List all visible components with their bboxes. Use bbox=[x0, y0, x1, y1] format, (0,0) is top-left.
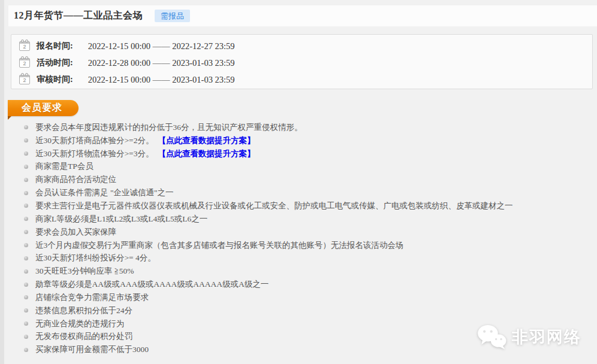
left-rail bbox=[0, 0, 4, 364]
bullet-icon bbox=[24, 283, 28, 287]
requirement-item: 要求会员加入买家保障 bbox=[24, 226, 591, 239]
calendar-icon-digit: 2 bbox=[20, 60, 29, 67]
requirements-list: 要求会员本年度因违规累计的扣分低于36分，且无知识产权严重侵权情形。 近30天新… bbox=[24, 121, 591, 356]
requirement-item: 要求主营行业是电子元器件或仪器仪表或机械及行业设备或化工或安全、防护或电工电气或… bbox=[24, 199, 591, 213]
requirement-item: 近30天新灯塔物流体验分>=3分。 【点此查看数据提升方案】 bbox=[24, 147, 591, 160]
requirement-text: 近3个月内虚假交易行为严重商家（包含其多店铺或者与报名账号关联的其他账号）无法报… bbox=[35, 240, 403, 251]
header-bar: 12月年货节——工业品主会场 需报品 bbox=[8, 5, 597, 26]
bullet-icon bbox=[24, 125, 28, 129]
bullet-icon bbox=[24, 321, 28, 326]
requirement-text: 店铺综合竞争力需满足市场要求 bbox=[35, 292, 149, 303]
need-report-badge: 需报品 bbox=[155, 10, 190, 23]
requirement-text: 无商业合规类的违规行为 bbox=[35, 318, 125, 329]
requirement-text: 商家需是TP会员 bbox=[35, 161, 94, 172]
requirement-item: 近30天新灯塔纠纷投诉分>= 4分。 bbox=[24, 251, 591, 265]
data-improvement-link[interactable]: 【点此查看数据提升方案】 bbox=[158, 148, 255, 159]
requirement-text: 勋章等级必须是AA级或AAA级或AAAA级或AAAAA级或A级之一 bbox=[35, 279, 269, 290]
schedule-label: 审核时间: bbox=[37, 74, 73, 85]
requirement-item: 店铺综合竞争力需满足市场要求 bbox=[24, 291, 591, 304]
requirement-item: 要求会员本年度因违规累计的扣分低于36分，且无知识产权严重侵权情形。 bbox=[24, 121, 591, 134]
bullet-icon bbox=[24, 243, 28, 247]
calendar-icon: 2 bbox=[19, 41, 30, 51]
requirement-text: 违禁信息累积扣分低于24分 bbox=[35, 305, 132, 316]
requirement-text: 无发布侵权商品的积分处罚 bbox=[35, 331, 132, 342]
schedule-label: 活动时间: bbox=[37, 57, 73, 68]
watermark-text: 非羽网络 bbox=[512, 326, 581, 348]
requirement-item: 近3个月内虚假交易行为严重商家（包含其多店铺或者与报名账号关联的其他账号）无法报… bbox=[24, 239, 591, 252]
schedule-label: 报名时间: bbox=[37, 41, 73, 51]
requirement-text: 要求会员加入买家保障 bbox=[35, 227, 116, 238]
schedule-row: 2 活动时间: 2022-12-28 00:00 —— 2023-01-03 2… bbox=[11, 54, 592, 71]
requirement-text: 近30天新灯塔物流体验分>=3分。 bbox=[35, 148, 153, 159]
requirement-text: 买家保障可用金额需不低于3000 bbox=[35, 344, 149, 355]
schedule-value: 2022-12-15 00:00 —— 2022-12-27 23:59 bbox=[88, 41, 235, 51]
bullet-icon bbox=[24, 308, 28, 313]
requirement-item: 商家商品符合活动定位 bbox=[24, 173, 591, 186]
page-title: 12月年货节——工业品主会场 bbox=[14, 10, 143, 22]
wechat-icon bbox=[476, 323, 508, 351]
bullet-icon bbox=[24, 138, 28, 142]
bullet-icon bbox=[24, 348, 28, 352]
ribbon-fold-decoration bbox=[8, 116, 11, 120]
requirement-text: 要求会员本年度因违规累计的扣分低于36分，且无知识产权严重侵权情形。 bbox=[35, 122, 303, 133]
schedule-box: 2 报名时间: 2022-12-15 00:00 —— 2022-12-27 2… bbox=[11, 34, 593, 89]
watermark: 非羽网络 bbox=[476, 323, 581, 351]
requirement-text: 近30天新灯塔纠纷投诉分>= 4分。 bbox=[35, 253, 156, 263]
calendar-icon-digit: 2 bbox=[20, 77, 29, 84]
bullet-icon bbox=[24, 178, 28, 182]
section-title-ribbon: 会员要求 bbox=[8, 100, 79, 116]
requirement-item: 30天旺旺3分钟响应率 ≧50% bbox=[24, 265, 591, 278]
bullet-icon bbox=[24, 151, 28, 156]
activity-page: 12月年货节——工业品主会场 需报品 2 报名时间: 2022-12-15 00… bbox=[0, 0, 597, 364]
requirement-text: 会员认证条件需满足 "企业诚信通"之一 bbox=[35, 187, 173, 198]
calendar-icon: 2 bbox=[19, 58, 30, 68]
bullet-icon bbox=[24, 256, 28, 260]
calendar-icon-digit: 2 bbox=[20, 44, 29, 50]
schedule-row: 2 审核时间: 2022-12-15 00:00 —— 2023-01-03 2… bbox=[11, 71, 592, 88]
requirement-item: 近30天新灯塔商品体验分>=2分。 【点此查看数据提升方案】 bbox=[24, 134, 591, 147]
requirement-item: 会员认证条件需满足 "企业诚信通"之一 bbox=[24, 186, 591, 199]
bullet-icon bbox=[24, 165, 28, 169]
requirement-item: 商家需是TP会员 bbox=[24, 160, 591, 174]
requirement-text: 商家L等级必须是L1或L2或L3或L4或L5或L6之一 bbox=[35, 214, 207, 225]
bullet-icon bbox=[24, 191, 28, 195]
bullet-icon bbox=[24, 269, 28, 274]
requirement-item: 勋章等级必须是AA级或AAA级或AAAA级或AAAAA级或A级之一 bbox=[24, 278, 591, 291]
requirement-text: 近30天新灯塔商品体验分>=2分。 bbox=[35, 135, 153, 146]
requirement-item: 商家L等级必须是L1或L2或L3或L4或L5或L6之一 bbox=[24, 213, 591, 226]
schedule-value: 2022-12-28 00:00 —— 2023-01-03 23:59 bbox=[88, 58, 235, 68]
requirement-item: 违禁信息累积扣分低于24分 bbox=[24, 304, 591, 317]
requirement-text: 30天旺旺3分钟响应率 ≧50% bbox=[35, 266, 134, 277]
bullet-icon bbox=[24, 217, 28, 221]
schedule-row: 2 报名时间: 2022-12-15 00:00 —— 2022-12-27 2… bbox=[11, 38, 592, 54]
data-improvement-link[interactable]: 【点此查看数据提升方案】 bbox=[158, 135, 255, 146]
bullet-icon bbox=[24, 295, 28, 299]
bullet-icon bbox=[24, 335, 28, 339]
requirement-text: 商家商品符合活动定位 bbox=[35, 174, 116, 185]
schedule-value: 2022-12-15 00:00 —— 2023-01-03 23:59 bbox=[88, 75, 235, 85]
section-title: 会员要求 bbox=[22, 102, 62, 114]
requirement-text: 要求主营行业是电子元器件或仪器仪表或机械及行业设备或化工或安全、防护或电工电气或… bbox=[35, 201, 513, 211]
bullet-icon bbox=[24, 204, 28, 208]
calendar-icon: 2 bbox=[19, 75, 30, 84]
bullet-icon bbox=[24, 230, 28, 234]
